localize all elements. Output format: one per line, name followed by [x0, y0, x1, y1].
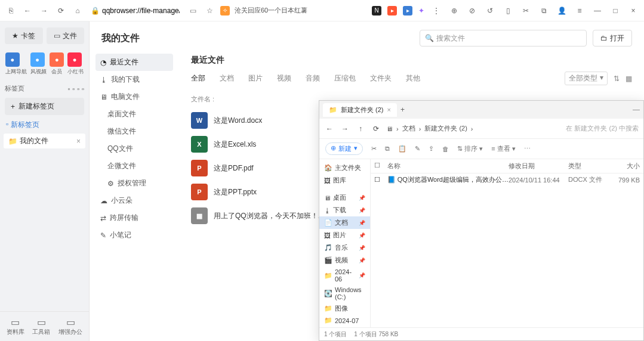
menu-icon[interactable]: ≡: [574, 5, 586, 17]
explorer-nav-item[interactable]: ⭳下载📌: [319, 204, 370, 216]
nav-item[interactable]: QQ文件: [95, 140, 173, 157]
paste-icon[interactable]: 📋: [398, 145, 406, 153]
back-icon[interactable]: ←: [21, 5, 33, 17]
new-tab-icon[interactable]: +: [400, 106, 405, 114]
explorer-nav-item[interactable]: 🎵音乐📌: [319, 241, 370, 254]
ext-icon-5[interactable]: ✦: [418, 7, 424, 15]
window-min-icon[interactable]: —: [633, 106, 640, 114]
nav-item[interactable]: ⭳我的下载: [95, 71, 173, 88]
address-bar[interactable]: 🔒: [88, 5, 182, 16]
app-icon[interactable]: ●: [67, 52, 82, 67]
ext-icon-3[interactable]: ▸: [387, 6, 397, 16]
filter-tab[interactable]: 文档: [220, 73, 234, 83]
nav-item[interactable]: 企微文件: [95, 157, 173, 175]
globe-icon[interactable]: ⊕: [448, 5, 460, 17]
window-max-icon[interactable]: □: [609, 5, 621, 17]
sidebar-toggle-icon[interactable]: ⎘: [5, 5, 17, 17]
close-icon[interactable]: ×: [76, 137, 81, 145]
nav-item[interactable]: ⇄跨屏传输: [95, 209, 173, 227]
file-row[interactable]: ☐📘 QQ浏览器Word超级编辑，高效办公…2024/10/11 16:44DO…: [371, 173, 643, 186]
explorer-nav-item[interactable]: 📁2024-07: [319, 315, 370, 326]
shield-icon[interactable]: ⊘: [466, 5, 478, 17]
bottom-tool[interactable]: ▭工具箱: [32, 317, 50, 336]
mini-icon[interactable]: ▫: [72, 85, 75, 92]
checkbox[interactable]: ☐: [374, 176, 387, 184]
explorer-nav-item[interactable]: 📁图像: [319, 302, 370, 315]
bookmarks-button[interactable]: ★ 卡签: [5, 27, 43, 44]
app-icon[interactable]: ●: [50, 52, 64, 67]
grid-icon[interactable]: ▦: [625, 75, 632, 83]
explorer-search[interactable]: 在 新建文件夹 (2) 中搜索: [566, 124, 639, 133]
files-button[interactable]: ▭ 文件: [47, 27, 85, 44]
mini-icon[interactable]: ▫: [67, 85, 70, 92]
copy-icon[interactable]: ⧉: [385, 145, 390, 153]
up-icon[interactable]: ↑: [355, 125, 366, 133]
nav-item[interactable]: 微信文件: [95, 123, 173, 140]
filter-tab[interactable]: 其他: [406, 73, 420, 83]
filter-tab[interactable]: 图片: [248, 73, 263, 83]
filter-tab[interactable]: 全部: [191, 73, 205, 83]
nav-item[interactable]: ✎小笔记: [95, 227, 173, 244]
mini-icon[interactable]: ▫: [82, 85, 84, 92]
star-icon[interactable]: ☆: [204, 5, 215, 17]
reload-icon[interactable]: ⟳: [55, 5, 67, 17]
nav-item[interactable]: ⚙授权管理: [95, 175, 173, 192]
open-button[interactable]: 🗀 打开: [593, 30, 632, 46]
type-dropdown[interactable]: 全部类型 ▾: [565, 72, 608, 85]
nav-item[interactable]: 桌面文件: [95, 106, 173, 123]
forward-icon[interactable]: →: [340, 125, 350, 133]
explorer-nav-item[interactable]: 🖼图库: [319, 174, 370, 187]
app-icon[interactable]: ●: [30, 52, 45, 67]
explorer-nav-item[interactable]: 🖥桌面📌: [319, 191, 370, 204]
ext-icon-4[interactable]: ▸: [403, 6, 412, 16]
nav-item[interactable]: 🖥电脑文件: [95, 88, 173, 106]
refresh-icon[interactable]: ⟳: [371, 125, 381, 133]
bottom-tool[interactable]: ▭资料库: [7, 317, 24, 336]
filter-tab[interactable]: 文件夹: [370, 73, 392, 83]
ext-icon-2[interactable]: N: [372, 6, 381, 16]
explorer-tab[interactable]: 📁 新建文件夹 (2) ×: [323, 103, 397, 117]
more-icon[interactable]: ⋯: [524, 145, 531, 153]
window-close-icon[interactable]: ×: [627, 5, 639, 17]
home-icon[interactable]: ⌂: [72, 5, 84, 17]
share-icon[interactable]: ⇪: [429, 145, 434, 153]
reader-icon[interactable]: ▭: [187, 5, 199, 17]
file-search[interactable]: 🔍 搜索文件: [420, 30, 587, 46]
close-icon[interactable]: ×: [387, 106, 391, 113]
new-tab-group-button[interactable]: + 新建标签页: [5, 98, 84, 115]
window-min-icon[interactable]: —: [591, 5, 603, 17]
filter-tab[interactable]: 压缩包: [334, 73, 356, 83]
forward-icon[interactable]: →: [38, 5, 50, 17]
breadcrumb[interactable]: 🖥 › 文档 › 新建文件夹 (2) ›: [386, 124, 473, 133]
delete-icon[interactable]: 🗑: [442, 145, 449, 153]
bottom-tool[interactable]: ▭增强办公: [58, 317, 82, 336]
new-tab-link[interactable]: ▫ 新标签页: [0, 117, 89, 132]
filter-tab[interactable]: 音频: [306, 73, 320, 83]
scissors-icon[interactable]: ✂: [520, 5, 532, 17]
sort-icon[interactable]: ⇅: [614, 75, 620, 83]
nav-item[interactable]: ◔最近文件: [95, 54, 173, 71]
explorer-nav-item[interactable]: 🏠主文件夹: [319, 162, 370, 174]
explorer-nav-item[interactable]: 🖼图片📌: [319, 229, 370, 241]
explorer-nav-item[interactable]: 🎬视频📌: [319, 254, 370, 266]
explorer-nav-item[interactable]: 📁2024-06📌: [319, 266, 370, 284]
sort-dropdown[interactable]: ⇅ 排序 ▾: [457, 144, 483, 153]
address-input[interactable]: [102, 7, 180, 15]
ext-icon-1[interactable]: ✧: [220, 6, 230, 16]
app-icon[interactable]: ●: [5, 52, 20, 67]
view-dropdown[interactable]: ≡ 查看 ▾: [491, 144, 516, 153]
new-button[interactable]: ⊕ 新建 ▾: [325, 142, 363, 155]
cut-icon[interactable]: ✂: [371, 145, 377, 153]
back-icon[interactable]: ←: [324, 125, 335, 133]
device-icon[interactable]: ▯: [502, 5, 514, 17]
rename-icon[interactable]: ✎: [415, 145, 420, 153]
history-icon[interactable]: ↺: [484, 5, 496, 17]
more-icon[interactable]: ⋮: [430, 5, 442, 17]
copy-icon[interactable]: ⧉: [538, 5, 550, 17]
explorer-nav-item[interactable]: 💽Windows (C:): [319, 284, 370, 302]
filter-tab[interactable]: 视频: [277, 73, 291, 83]
mini-icon[interactable]: ▫: [77, 85, 79, 92]
tab-my-files[interactable]: 📁 我的文件 ×: [4, 134, 85, 148]
explorer-nav-item[interactable]: 📄文档📌: [319, 216, 370, 229]
avatar-icon[interactable]: 👤: [556, 5, 568, 17]
